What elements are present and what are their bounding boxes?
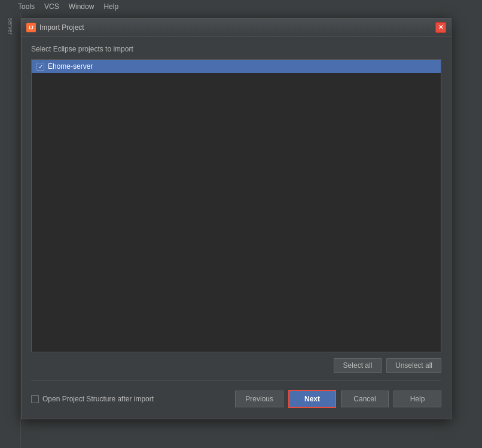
open-project-label: Open Project Structure after import [42,395,154,403]
select-all-button[interactable]: Select all [334,358,382,373]
dialog-title: Import Project [39,23,84,32]
previous-button[interactable]: Previous [235,391,283,407]
project-checkbox[interactable]: ✓ [36,63,44,71]
dialog-titlebar: IJ Import Project ✕ [22,19,451,36]
cancel-button[interactable]: Cancel [341,391,389,407]
menu-help[interactable]: Help [103,2,118,11]
divider [31,380,441,380]
bottom-actions: Select all Unselect all [31,358,441,375]
menu-vcs[interactable]: VCS [44,2,59,11]
next-button[interactable]: Next [288,390,336,408]
unselect-all-button[interactable]: Unselect all [386,358,441,373]
close-button[interactable]: ✕ [435,22,446,33]
footer-row: Open Project Structure after import Prev… [31,385,441,410]
sidebar: server [0,13,21,448]
open-project-checkbox[interactable] [31,395,39,403]
dialog-content: Select Eclipse projects to import ✓ Ehom… [22,36,451,419]
import-project-dialog: IJ Import Project ✕ Select Eclipse proje… [21,18,452,419]
footer-buttons: Previous Next Cancel Help [235,390,441,408]
intellij-icon: IJ [26,23,36,32]
open-project-checkbox-container[interactable]: Open Project Structure after import [31,395,154,403]
project-list[interactable]: ✓ Ehome-server [31,59,441,352]
help-button[interactable]: Help [393,391,441,407]
sidebar-label: server [7,18,14,35]
section-label: Select Eclipse projects to import [31,45,441,53]
menubar: Tools VCS Window Help [0,0,482,13]
project-item-ehome-server[interactable]: ✓ Ehome-server [32,60,441,73]
dialog-title-left: IJ Import Project [26,23,84,32]
project-name: Ehome-server [48,62,93,71]
menu-window[interactable]: Window [69,2,94,11]
menu-tools[interactable]: Tools [18,2,35,11]
